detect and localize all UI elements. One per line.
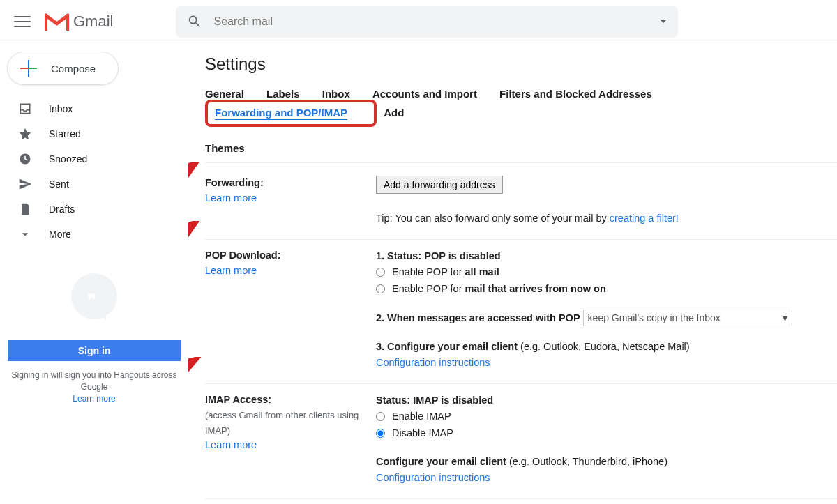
tab-labels[interactable]: Labels [266, 88, 300, 100]
add-forwarding-address-button[interactable]: Add a forwarding address [376, 176, 503, 194]
tab-filters[interactable]: Filters and Blocked Addresses [499, 88, 652, 100]
pop-learn-more-link[interactable]: Learn more [205, 265, 257, 276]
star-icon [18, 127, 32, 141]
imap-access-sub: (access Gmail from other clients using I… [205, 410, 359, 436]
annotation-arrow-icon [188, 357, 202, 413]
tab-inbox[interactable]: Inbox [322, 88, 350, 100]
menu-icon[interactable] [14, 13, 31, 30]
forwarding-tip: Tip: You can also forward only some of y… [376, 213, 679, 224]
gmail-m-icon [45, 13, 69, 31]
tab-themes[interactable]: Themes [205, 142, 245, 154]
hangouts-learn-more-link[interactable]: Learn more [73, 394, 115, 404]
imap-status-label: Status: [376, 395, 410, 406]
send-icon [18, 177, 32, 191]
plus-icon [20, 60, 37, 77]
search-bar[interactable] [176, 6, 678, 38]
compose-label: Compose [51, 63, 96, 75]
clock-icon [18, 152, 32, 166]
pop-q3-label: 3. Configure your email client [376, 341, 518, 352]
compose-button[interactable]: Compose [7, 52, 119, 85]
annotation-arrow-icon [188, 162, 202, 217]
imap-cfg-label: Configure your email client [376, 456, 506, 467]
imap-status-value: IMAP is disabled [413, 395, 493, 406]
sidebar-item-more[interactable]: More [0, 222, 188, 247]
chevron-down-icon [18, 227, 32, 241]
settings-tabs: General Labels Inbox Accounts and Import… [205, 88, 837, 163]
imap-config-instructions-link[interactable]: Configuration instructions [376, 472, 490, 483]
forwarding-label: Forwarding: [205, 177, 264, 188]
svg-rect-1 [45, 14, 47, 31]
page-title: Settings [205, 54, 837, 74]
pop-action-select[interactable]: keep Gmail's copy in the Inbox▾ [583, 310, 792, 326]
hangouts-note: Signing in will sign you into Hangouts a… [7, 369, 181, 404]
tab-accounts[interactable]: Accounts and Import [372, 88, 477, 100]
pop-enable-new-radio[interactable] [376, 284, 385, 293]
imap-enable-radio[interactable] [376, 412, 385, 421]
tab-forwarding-pop-imap[interactable]: Forwarding and POP/IMAP [205, 100, 377, 127]
sidebar-item-starred[interactable]: Starred [0, 121, 188, 146]
pop-status-value: POP is disabled [424, 250, 500, 261]
gmail-logo[interactable]: Gmail [45, 13, 113, 31]
search-options-icon[interactable] [660, 20, 667, 23]
creating-a-filter-link[interactable]: creating a filter! [610, 213, 679, 224]
pop-enable-all-radio[interactable] [376, 268, 385, 277]
pop-status-label: 1. Status: [376, 250, 421, 261]
sidebar-item-snoozed[interactable]: Snoozed [0, 146, 188, 171]
hangouts-signin-button[interactable]: Sign in [8, 340, 181, 361]
imap-learn-more-link[interactable]: Learn more [205, 439, 257, 450]
pop-q2-label: 2. When messages are accessed with POP [376, 312, 580, 323]
file-icon [18, 202, 32, 216]
tab-general[interactable]: General [205, 88, 244, 100]
sidebar-item-sent[interactable]: Sent [0, 171, 188, 197]
imap-access-label: IMAP Access: [205, 394, 271, 405]
svg-rect-2 [66, 14, 69, 31]
inbox-icon [18, 102, 32, 116]
hangouts-icon: ❞ [71, 273, 117, 319]
sidebar-item-drafts[interactable]: Drafts [0, 197, 188, 222]
search-icon [187, 14, 202, 29]
pop-download-label: POP Download: [205, 250, 281, 261]
annotation-arrow-icon [188, 221, 202, 277]
pop-config-instructions-link[interactable]: Configuration instructions [376, 357, 490, 368]
imap-disable-radio[interactable] [376, 429, 385, 438]
forwarding-learn-more-link[interactable]: Learn more [205, 192, 257, 204]
tab-addons[interactable]: Add [384, 107, 404, 119]
gmail-logo-text: Gmail [73, 13, 113, 31]
search-input[interactable] [213, 15, 660, 28]
sidebar-item-inbox[interactable]: Inbox [0, 96, 188, 121]
